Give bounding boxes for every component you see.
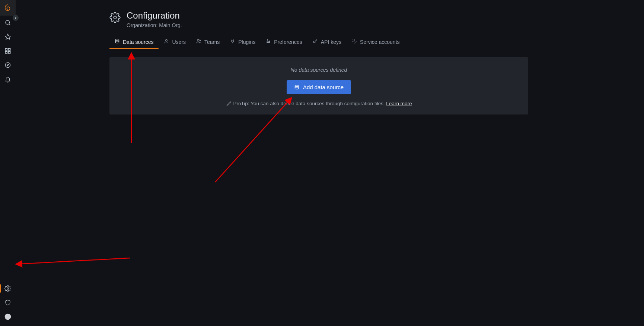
svg-point-15 (199, 40, 201, 41)
tab-label: Users (172, 39, 186, 45)
svg-rect-5 (5, 52, 7, 54)
add-data-source-button[interactable]: Add data source (287, 80, 351, 94)
tab-plugins[interactable]: Plugins (225, 36, 261, 49)
svg-point-24 (295, 85, 298, 87)
sidebar-item-explore[interactable] (0, 58, 16, 72)
add-data-source-label: Add data source (303, 84, 344, 90)
sidebar-expand-button[interactable] (13, 15, 19, 21)
grid-icon (4, 48, 11, 54)
svg-point-21 (268, 42, 268, 43)
tab-users[interactable]: Users (159, 36, 191, 49)
rocket-icon (226, 101, 231, 106)
tab-label: Data sources (123, 39, 153, 45)
empty-state-message: No data sources defined (117, 67, 521, 73)
tab-label: API keys (321, 39, 341, 45)
svg-point-10 (5, 314, 11, 320)
search-icon (4, 19, 11, 26)
svg-marker-2 (5, 34, 11, 39)
sidebar-item-admin[interactable] (0, 296, 16, 310)
sidebar-item-alerting[interactable] (0, 72, 16, 86)
sidebar-item-configuration[interactable] (0, 281, 16, 296)
grafana-logo-icon (4, 4, 12, 12)
tab-label: Teams (204, 39, 220, 45)
tab-label: Preferences (274, 39, 302, 45)
users-icon (196, 39, 201, 45)
svg-point-23 (354, 41, 355, 42)
svg-point-7 (5, 62, 10, 68)
user-icon (164, 39, 169, 45)
svg-point-12 (115, 39, 119, 41)
svg-point-11 (114, 16, 117, 19)
tab-preferences[interactable]: Preferences (261, 36, 307, 49)
svg-point-20 (269, 41, 270, 42)
sidebar-item-account[interactable] (0, 310, 16, 324)
sidebar-item-starred[interactable] (0, 30, 16, 44)
shield-icon (4, 299, 11, 306)
sliders-icon (266, 39, 271, 45)
page-header: Configuration Organization: Main Org. (109, 10, 625, 28)
compass-icon (4, 62, 11, 68)
config-tabs: Data sourcesUsersTeamsPluginsPreferences… (109, 36, 625, 49)
sidebar (0, 0, 16, 326)
tab-label: Service accounts (360, 39, 400, 45)
gear-icon (4, 285, 11, 292)
svg-point-9 (7, 288, 9, 290)
page-header-icon (109, 12, 121, 25)
chevron-right-icon (14, 16, 17, 20)
main-content: Configuration Organization: Main Org. Da… (16, 1, 644, 326)
svg-point-14 (197, 39, 199, 41)
svg-rect-3 (5, 48, 7, 50)
avatar-icon (4, 313, 12, 320)
protip-text: ProTip: You can also define data sources… (233, 101, 386, 106)
star-icon (4, 33, 11, 40)
svg-rect-4 (9, 48, 10, 50)
tab-data-sources[interactable]: Data sources (109, 36, 159, 49)
svg-point-19 (267, 39, 268, 40)
protip: ProTip: You can also define data sources… (117, 101, 521, 106)
gear-icon (109, 12, 121, 23)
page-title: Configuration (127, 10, 182, 21)
svg-line-1 (9, 24, 10, 25)
sidebar-item-logo[interactable] (0, 0, 16, 16)
database-icon (115, 39, 120, 45)
tab-api-keys[interactable]: API keys (307, 36, 347, 49)
svg-point-0 (6, 20, 10, 25)
svg-marker-8 (7, 64, 9, 66)
sidebar-item-dashboards[interactable] (0, 44, 16, 58)
tab-service-accounts[interactable]: Service accounts (347, 36, 405, 49)
svg-point-13 (166, 39, 168, 41)
database-icon (294, 85, 299, 90)
tab-teams[interactable]: Teams (191, 36, 225, 49)
svg-point-22 (313, 41, 315, 43)
tab-label: Plugins (238, 39, 255, 45)
datasources-panel: No data sources defined Add data source … (109, 57, 528, 114)
page-subtitle: Organization: Main Org. (127, 22, 182, 28)
key-icon (313, 39, 318, 45)
svg-point-25 (229, 103, 229, 103)
svg-rect-6 (9, 52, 10, 54)
gear-small-icon (352, 39, 357, 45)
plug-icon (230, 39, 235, 45)
bell-icon (4, 76, 11, 83)
protip-learn-more-link[interactable]: Learn more (386, 101, 412, 106)
